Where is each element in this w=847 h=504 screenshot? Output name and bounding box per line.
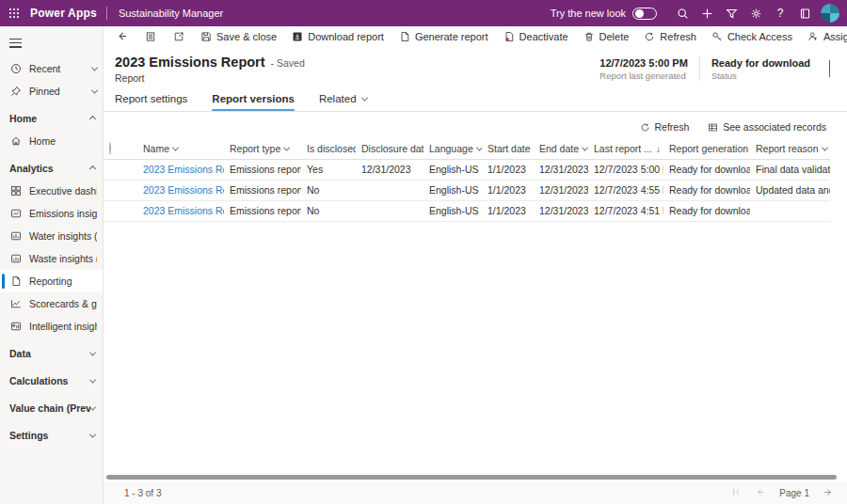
search-icon[interactable] bbox=[670, 0, 695, 26]
command-bar: Save & close Download report Generate re… bbox=[104, 26, 847, 46]
grid-refresh-button[interactable]: Refresh bbox=[632, 118, 697, 135]
row-select-cell[interactable] bbox=[104, 180, 137, 200]
table-row[interactable]: 2023 Emissions Report Emissions report Y… bbox=[104, 159, 830, 180]
page-title: 2023 Emissions Report bbox=[115, 55, 265, 70]
column-header-name[interactable]: Name bbox=[137, 139, 224, 159]
brand-name[interactable]: Power Apps bbox=[28, 7, 106, 20]
record-link[interactable]: 2023 Emissions Report bbox=[143, 205, 224, 216]
tab-bar: Report settings Report versions Related bbox=[104, 84, 847, 112]
assign-button[interactable]: Assign bbox=[800, 26, 847, 46]
horizontal-scrollbar[interactable] bbox=[104, 473, 847, 481]
sidebar-item-waste-insights[interactable]: Waste insights (previ... bbox=[0, 247, 103, 270]
top-app-bar: Power Apps Sustainability Manager Try th… bbox=[0, 0, 847, 26]
select-all-checkbox[interactable] bbox=[109, 142, 111, 155]
popout-icon[interactable] bbox=[165, 26, 193, 46]
sidebar-group-analytics[interactable]: Analytics bbox=[0, 157, 103, 180]
report-versions-table: Name Report type Is disclosed Disclosure… bbox=[104, 139, 830, 222]
column-header-report-generation[interactable]: Report generation ... bbox=[663, 139, 750, 159]
generate-report-button[interactable]: Generate report bbox=[392, 26, 496, 46]
form-switcher-icon[interactable] bbox=[136, 26, 165, 46]
column-header-disclosure-date[interactable]: Disclosure date bbox=[356, 139, 424, 159]
record-link[interactable]: 2023 Emissions Report bbox=[143, 184, 224, 196]
chevron-down-icon bbox=[89, 376, 96, 383]
app-title[interactable]: Sustainability Manager bbox=[107, 8, 223, 19]
see-associated-records-button[interactable]: See associated records bbox=[700, 118, 834, 135]
chevron-down-icon bbox=[89, 349, 96, 355]
download-report-button[interactable]: Download report bbox=[284, 26, 392, 46]
record-link[interactable]: 2023 Emissions Report bbox=[143, 164, 224, 175]
save-and-close-button[interactable]: Save & close bbox=[193, 26, 284, 46]
sidebar-item-emissions-insights[interactable]: Emissions insights bbox=[0, 202, 103, 225]
app-launcher-icon[interactable] bbox=[0, 0, 28, 26]
stat-divider bbox=[699, 56, 700, 81]
sidebar-item-intelligent-insights[interactable]: Intelligent insights (p... bbox=[0, 315, 103, 338]
home-icon bbox=[9, 135, 22, 148]
sidebar-group-value-chain[interactable]: Value chain (Preview) bbox=[0, 397, 103, 419]
bar-chart-icon bbox=[9, 253, 22, 265]
delete-button[interactable]: Delete bbox=[576, 26, 637, 46]
help-icon[interactable]: ? bbox=[768, 0, 792, 26]
column-header-end-date[interactable]: End date bbox=[534, 139, 588, 159]
sort-descending-icon: ↓ bbox=[656, 144, 661, 154]
line-chart-icon bbox=[9, 298, 22, 310]
column-header-language[interactable]: Language bbox=[424, 139, 482, 159]
header-expand-chevron[interactable] bbox=[825, 56, 834, 81]
page-number-label: Page 1 bbox=[779, 488, 809, 498]
saved-badge: - Saved bbox=[271, 57, 305, 69]
sidebar-item-executive-dashboard[interactable]: Executive dashboard bbox=[0, 180, 103, 202]
tab-report-versions[interactable]: Report versions bbox=[212, 93, 295, 111]
deactivate-button[interactable]: Deactivate bbox=[496, 26, 576, 46]
sidebar-item-home[interactable]: Home bbox=[0, 130, 103, 152]
hamburger-menu-icon[interactable] bbox=[0, 30, 103, 57]
settings-gear-icon[interactable] bbox=[743, 0, 768, 26]
table-header-row: Name Report type Is disclosed Disclosure… bbox=[104, 139, 830, 159]
column-header-report-reason[interactable]: Report reason bbox=[750, 139, 830, 159]
report-versions-grid: Refresh See associated records bbox=[104, 112, 847, 504]
next-page-icon[interactable] bbox=[823, 487, 834, 499]
sidebar-item-reporting[interactable]: Reporting bbox=[0, 270, 103, 292]
sidebar-group-calculations[interactable]: Calculations bbox=[0, 370, 103, 392]
sidebar-group-data[interactable]: Data bbox=[0, 342, 103, 365]
sidebar-group-settings[interactable]: Settings bbox=[0, 424, 103, 447]
filter-icon[interactable] bbox=[719, 0, 743, 26]
new-look-toggle[interactable]: Try the new look bbox=[551, 8, 657, 20]
sidebar-item-pinned[interactable]: Pinned bbox=[0, 80, 103, 102]
app-window: Power Apps Sustainability Manager Try th… bbox=[0, 0, 847, 504]
grid-toolbar: Refresh See associated records bbox=[104, 112, 847, 139]
column-header-start-date[interactable]: Start date bbox=[482, 139, 534, 159]
new-look-label: Try the new look bbox=[551, 8, 626, 19]
entity-type-label: Report bbox=[115, 72, 599, 84]
sidebar-item-water-insights[interactable]: Water insights (previ... bbox=[0, 225, 103, 247]
back-button[interactable] bbox=[107, 26, 136, 46]
sidebar-group-home[interactable]: Home bbox=[0, 107, 103, 130]
sidebar-item-label: Recent bbox=[29, 63, 85, 74]
row-select-cell[interactable] bbox=[104, 159, 137, 180]
status-value: Ready for download bbox=[711, 57, 810, 69]
user-avatar[interactable] bbox=[821, 4, 839, 23]
sidebar-item-scorecards-goals[interactable]: Scorecards & goals bbox=[0, 292, 103, 315]
tab-report-settings[interactable]: Report settings bbox=[115, 93, 187, 111]
check-access-button[interactable]: Check Access bbox=[704, 26, 800, 46]
column-header-last-report[interactable]: Last report ...↓ bbox=[588, 139, 663, 159]
chevron-up-icon bbox=[89, 116, 96, 122]
table-row[interactable]: 2023 Emissions Report Emissions report N… bbox=[104, 180, 830, 200]
first-page-icon[interactable] bbox=[731, 487, 742, 499]
table-row[interactable]: 2023 Emissions Report Emissions report N… bbox=[104, 200, 830, 221]
sidebar-item-label: Pinned bbox=[29, 86, 85, 97]
tab-related[interactable]: Related bbox=[319, 93, 367, 111]
pin-icon bbox=[9, 86, 22, 98]
row-select-cell[interactable] bbox=[104, 200, 137, 221]
dashboard-icon bbox=[9, 185, 22, 197]
clock-icon bbox=[9, 63, 22, 75]
sidebar-item-recent[interactable]: Recent bbox=[0, 57, 103, 80]
previous-page-icon[interactable] bbox=[755, 487, 766, 499]
chevron-up-icon bbox=[89, 165, 96, 172]
insights-icon bbox=[9, 208, 22, 220]
toggle-switch[interactable] bbox=[632, 8, 657, 20]
column-header-report-type[interactable]: Report type bbox=[224, 139, 301, 159]
plus-icon[interactable] bbox=[695, 0, 719, 26]
main-content: Save & close Download report Generate re… bbox=[104, 26, 847, 504]
column-header-is-disclosed[interactable]: Is disclosed bbox=[301, 139, 356, 159]
book-icon[interactable] bbox=[792, 0, 817, 26]
refresh-button[interactable]: Refresh bbox=[636, 26, 704, 46]
